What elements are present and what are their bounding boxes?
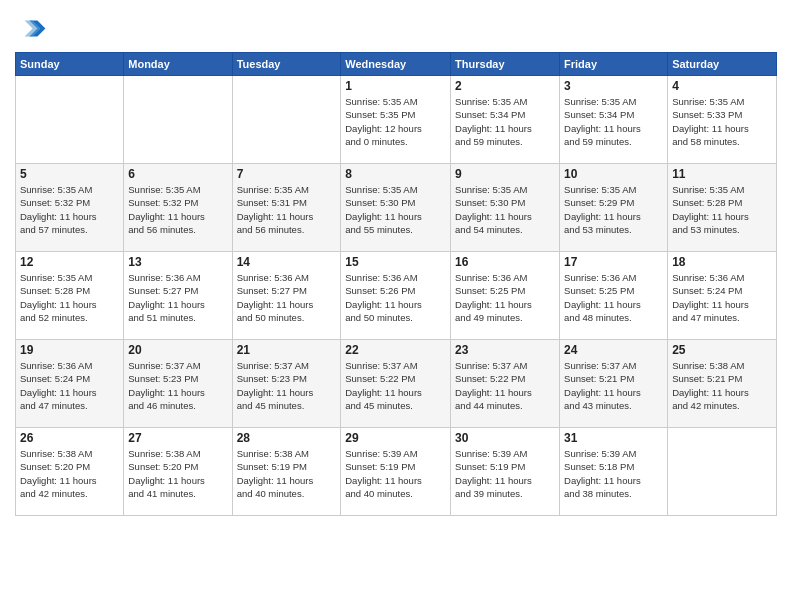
week-row-3: 19Sunrise: 5:36 AMSunset: 5:24 PMDayligh… [16, 340, 777, 428]
day-number: 2 [455, 79, 555, 93]
day-info: Sunrise: 5:35 AMSunset: 5:32 PMDaylight:… [128, 183, 227, 236]
day-info: Sunrise: 5:37 AMSunset: 5:21 PMDaylight:… [564, 359, 663, 412]
header [15, 10, 777, 46]
day-info: Sunrise: 5:35 AMSunset: 5:34 PMDaylight:… [455, 95, 555, 148]
week-row-0: 1Sunrise: 5:35 AMSunset: 5:35 PMDaylight… [16, 76, 777, 164]
day-info: Sunrise: 5:39 AMSunset: 5:18 PMDaylight:… [564, 447, 663, 500]
day-cell: 11Sunrise: 5:35 AMSunset: 5:28 PMDayligh… [668, 164, 777, 252]
day-info: Sunrise: 5:35 AMSunset: 5:32 PMDaylight:… [20, 183, 119, 236]
day-cell [232, 76, 341, 164]
day-cell: 19Sunrise: 5:36 AMSunset: 5:24 PMDayligh… [16, 340, 124, 428]
day-cell: 18Sunrise: 5:36 AMSunset: 5:24 PMDayligh… [668, 252, 777, 340]
day-cell: 31Sunrise: 5:39 AMSunset: 5:18 PMDayligh… [560, 428, 668, 516]
week-row-1: 5Sunrise: 5:35 AMSunset: 5:32 PMDaylight… [16, 164, 777, 252]
header-cell-sunday: Sunday [16, 53, 124, 76]
day-number: 15 [345, 255, 446, 269]
header-row: SundayMondayTuesdayWednesdayThursdayFrid… [16, 53, 777, 76]
day-number: 6 [128, 167, 227, 181]
day-number: 8 [345, 167, 446, 181]
day-number: 22 [345, 343, 446, 357]
day-cell: 14Sunrise: 5:36 AMSunset: 5:27 PMDayligh… [232, 252, 341, 340]
week-row-4: 26Sunrise: 5:38 AMSunset: 5:20 PMDayligh… [16, 428, 777, 516]
day-number: 14 [237, 255, 337, 269]
main-container: SundayMondayTuesdayWednesdayThursdayFrid… [0, 0, 792, 521]
day-cell [124, 76, 232, 164]
day-cell: 13Sunrise: 5:36 AMSunset: 5:27 PMDayligh… [124, 252, 232, 340]
day-number: 29 [345, 431, 446, 445]
day-info: Sunrise: 5:39 AMSunset: 5:19 PMDaylight:… [455, 447, 555, 500]
header-cell-wednesday: Wednesday [341, 53, 451, 76]
day-info: Sunrise: 5:35 AMSunset: 5:30 PMDaylight:… [455, 183, 555, 236]
day-number: 3 [564, 79, 663, 93]
header-cell-tuesday: Tuesday [232, 53, 341, 76]
day-number: 17 [564, 255, 663, 269]
day-cell: 4Sunrise: 5:35 AMSunset: 5:33 PMDaylight… [668, 76, 777, 164]
header-cell-thursday: Thursday [451, 53, 560, 76]
day-info: Sunrise: 5:35 AMSunset: 5:34 PMDaylight:… [564, 95, 663, 148]
day-number: 16 [455, 255, 555, 269]
logo [15, 14, 51, 46]
day-info: Sunrise: 5:36 AMSunset: 5:27 PMDaylight:… [237, 271, 337, 324]
day-cell: 27Sunrise: 5:38 AMSunset: 5:20 PMDayligh… [124, 428, 232, 516]
day-number: 11 [672, 167, 772, 181]
day-info: Sunrise: 5:38 AMSunset: 5:20 PMDaylight:… [20, 447, 119, 500]
day-info: Sunrise: 5:36 AMSunset: 5:25 PMDaylight:… [455, 271, 555, 324]
day-info: Sunrise: 5:35 AMSunset: 5:28 PMDaylight:… [20, 271, 119, 324]
header-cell-saturday: Saturday [668, 53, 777, 76]
day-cell: 30Sunrise: 5:39 AMSunset: 5:19 PMDayligh… [451, 428, 560, 516]
day-info: Sunrise: 5:36 AMSunset: 5:25 PMDaylight:… [564, 271, 663, 324]
day-cell: 10Sunrise: 5:35 AMSunset: 5:29 PMDayligh… [560, 164, 668, 252]
day-number: 10 [564, 167, 663, 181]
day-number: 28 [237, 431, 337, 445]
header-cell-monday: Monday [124, 53, 232, 76]
day-cell: 20Sunrise: 5:37 AMSunset: 5:23 PMDayligh… [124, 340, 232, 428]
calendar-header: SundayMondayTuesdayWednesdayThursdayFrid… [16, 53, 777, 76]
day-cell: 24Sunrise: 5:37 AMSunset: 5:21 PMDayligh… [560, 340, 668, 428]
day-cell: 9Sunrise: 5:35 AMSunset: 5:30 PMDaylight… [451, 164, 560, 252]
day-number: 13 [128, 255, 227, 269]
day-cell: 3Sunrise: 5:35 AMSunset: 5:34 PMDaylight… [560, 76, 668, 164]
day-number: 21 [237, 343, 337, 357]
day-info: Sunrise: 5:37 AMSunset: 5:23 PMDaylight:… [237, 359, 337, 412]
day-number: 7 [237, 167, 337, 181]
day-cell: 2Sunrise: 5:35 AMSunset: 5:34 PMDaylight… [451, 76, 560, 164]
day-info: Sunrise: 5:35 AMSunset: 5:29 PMDaylight:… [564, 183, 663, 236]
day-info: Sunrise: 5:36 AMSunset: 5:24 PMDaylight:… [20, 359, 119, 412]
day-number: 12 [20, 255, 119, 269]
day-number: 1 [345, 79, 446, 93]
day-cell [16, 76, 124, 164]
day-info: Sunrise: 5:36 AMSunset: 5:24 PMDaylight:… [672, 271, 772, 324]
day-info: Sunrise: 5:38 AMSunset: 5:21 PMDaylight:… [672, 359, 772, 412]
day-number: 27 [128, 431, 227, 445]
day-info: Sunrise: 5:35 AMSunset: 5:28 PMDaylight:… [672, 183, 772, 236]
logo-icon [15, 14, 47, 46]
day-info: Sunrise: 5:37 AMSunset: 5:22 PMDaylight:… [455, 359, 555, 412]
day-number: 4 [672, 79, 772, 93]
day-cell: 8Sunrise: 5:35 AMSunset: 5:30 PMDaylight… [341, 164, 451, 252]
day-info: Sunrise: 5:35 AMSunset: 5:35 PMDaylight:… [345, 95, 446, 148]
day-info: Sunrise: 5:35 AMSunset: 5:31 PMDaylight:… [237, 183, 337, 236]
calendar-table: SundayMondayTuesdayWednesdayThursdayFrid… [15, 52, 777, 516]
day-number: 18 [672, 255, 772, 269]
day-number: 20 [128, 343, 227, 357]
day-cell: 22Sunrise: 5:37 AMSunset: 5:22 PMDayligh… [341, 340, 451, 428]
day-number: 19 [20, 343, 119, 357]
header-cell-friday: Friday [560, 53, 668, 76]
day-number: 30 [455, 431, 555, 445]
calendar-body: 1Sunrise: 5:35 AMSunset: 5:35 PMDaylight… [16, 76, 777, 516]
day-info: Sunrise: 5:38 AMSunset: 5:19 PMDaylight:… [237, 447, 337, 500]
day-info: Sunrise: 5:37 AMSunset: 5:23 PMDaylight:… [128, 359, 227, 412]
day-cell: 5Sunrise: 5:35 AMSunset: 5:32 PMDaylight… [16, 164, 124, 252]
week-row-2: 12Sunrise: 5:35 AMSunset: 5:28 PMDayligh… [16, 252, 777, 340]
day-number: 31 [564, 431, 663, 445]
day-number: 23 [455, 343, 555, 357]
day-cell: 21Sunrise: 5:37 AMSunset: 5:23 PMDayligh… [232, 340, 341, 428]
day-cell: 23Sunrise: 5:37 AMSunset: 5:22 PMDayligh… [451, 340, 560, 428]
day-info: Sunrise: 5:35 AMSunset: 5:30 PMDaylight:… [345, 183, 446, 236]
day-cell: 25Sunrise: 5:38 AMSunset: 5:21 PMDayligh… [668, 340, 777, 428]
day-cell: 28Sunrise: 5:38 AMSunset: 5:19 PMDayligh… [232, 428, 341, 516]
day-number: 24 [564, 343, 663, 357]
day-info: Sunrise: 5:37 AMSunset: 5:22 PMDaylight:… [345, 359, 446, 412]
day-info: Sunrise: 5:39 AMSunset: 5:19 PMDaylight:… [345, 447, 446, 500]
day-number: 9 [455, 167, 555, 181]
